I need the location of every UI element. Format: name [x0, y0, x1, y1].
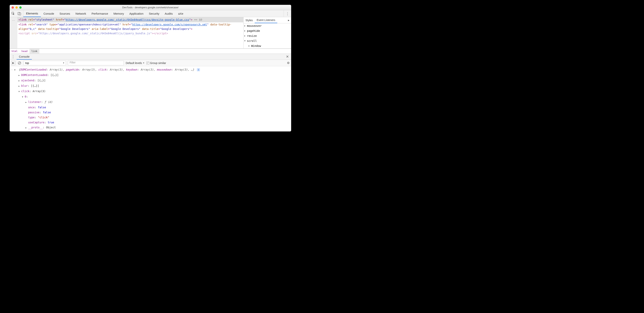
console-settings-icon[interactable]: ⚙ [287, 61, 290, 65]
disclosure-icon: ▼ [22, 94, 25, 99]
sidebar-more-tabs-icon[interactable]: » [286, 19, 291, 22]
drawer-tab-console[interactable]: Console [16, 54, 32, 59]
console-tree-row[interactable]: ▶listener: ƒ (d) [14, 99, 291, 105]
console-tree-row[interactable]: ▼click: Array(3) [14, 89, 291, 94]
console-tree-row[interactable]: ▶ajaxSend: [{…}] [14, 78, 291, 83]
href-link[interactable]: https://developers.google.com/_static/64… [66, 18, 189, 21]
property-value: true [48, 121, 54, 124]
elements-sidebar: Styles Event Listeners » ▶mouseover ▶pag… [243, 17, 291, 48]
console-tree-row[interactable]: ▶blur: [{…}] [14, 83, 291, 89]
console-toolbar: ▮▸ top Filter Default levels ▼ ✓ Group s… [10, 60, 291, 66]
disclosure-icon: ▼ [18, 89, 21, 94]
breadcrumb-item[interactable]: head [20, 49, 29, 53]
tab-audits[interactable]: Audits [162, 10, 176, 17]
dom-node[interactable]: <script src="https://developers.google.c… [18, 31, 242, 36]
property-value: Object [46, 126, 56, 129]
tab-network[interactable]: Network [73, 10, 89, 17]
prompt-return-icon: ‹ [10, 67, 14, 72]
property-value: [{…}] [50, 73, 58, 76]
console-tree-row[interactable]: ▶__proto__: Object [14, 125, 291, 130]
info-badge-icon[interactable]: i [197, 68, 200, 71]
dom-tree[interactable]: <link rel="stylesheet" href="https://dev… [17, 17, 243, 48]
listener-name: scroll [247, 38, 257, 43]
tab-application[interactable]: Application [127, 10, 146, 17]
object-summary[interactable]: {DOMContentLoaded: Array(1), pagehide: A… [18, 68, 196, 71]
disclosure-icon: ▶ [244, 33, 247, 38]
selection-marker: == $0 [194, 18, 202, 21]
property-key: ajaxSend [21, 79, 34, 82]
listener-name: Window [251, 43, 261, 48]
disclosure-icon: ▶ [244, 28, 247, 33]
context-value: top [25, 61, 29, 64]
console-tree-row[interactable]: ▶DOMContentLoaded: [{…}] [14, 72, 291, 78]
kebab-icon: ⋮ [286, 11, 289, 16]
breadcrumb: html head link [10, 48, 291, 53]
console-tree-row[interactable]: ▼0: [14, 94, 291, 99]
devtools-window: DevTools - developers.google.com/web/sho… [10, 5, 291, 131]
property-value: [{…}] [38, 79, 46, 82]
tab-elements[interactable]: Elements [23, 10, 41, 17]
inspect-element-icon[interactable] [11, 11, 16, 16]
disclosure-icon[interactable]: ▼ [14, 67, 17, 72]
tab-performance[interactable]: Performance [89, 10, 111, 17]
group-similar-checkbox[interactable]: ✓ Group similar [146, 61, 166, 64]
context-select[interactable]: top [24, 61, 66, 65]
device-toolbar-icon[interactable] [17, 11, 22, 16]
disclosure-icon: ▶ [244, 23, 247, 28]
main-toolbar: Elements Console Sources Network Perform… [10, 10, 291, 17]
breadcrumb-item[interactable]: html [10, 49, 20, 53]
svg-rect-2 [19, 13, 21, 15]
property-key: __proto__ [28, 126, 43, 129]
console-tree-row[interactable]: passive: false [14, 110, 291, 115]
window-title: DevTools - developers.google.com/web/sho… [10, 6, 291, 9]
property-value: ƒ (d) [44, 100, 52, 103]
levels-label: Default levels [126, 61, 142, 64]
console-output: ‹ ▼ {DOMContentLoaded: Array(1), pagehid… [10, 66, 291, 131]
listener-item[interactable]: ▶resize [244, 33, 291, 38]
property-value: [{…}] [31, 84, 39, 87]
href-link[interactable]: https://developers.google.com/s/opensear… [132, 23, 207, 26]
tab-axe[interactable]: aXe [176, 10, 186, 17]
disclosure-icon: ▼ [244, 38, 247, 43]
tab-security[interactable]: Security [146, 10, 162, 17]
elements-panel: … <link rel="stylesheet" href="https://d… [10, 17, 291, 48]
drawer-header: ⋮ Console ✕ [10, 53, 291, 60]
console-tree-row[interactable]: useCapture: true [14, 120, 291, 125]
property-key: type [28, 116, 35, 119]
tab-console[interactable]: Console [41, 10, 57, 17]
titlebar: DevTools - developers.google.com/web/sho… [10, 5, 291, 10]
dom-node[interactable]: <link rel="search" type="application/ope… [18, 22, 242, 31]
property-value: false [43, 111, 51, 114]
drawer-close-icon[interactable]: ✕ [284, 54, 291, 59]
property-key: click [21, 90, 29, 93]
elements-gutter: … [10, 17, 17, 48]
drawer-menu-icon[interactable]: ⋮ [10, 54, 16, 59]
listener-item[interactable]: ▶Window [244, 43, 291, 48]
listener-item[interactable]: ▼scroll [244, 38, 291, 43]
console-tree-row[interactable]: type: "click" [14, 115, 291, 120]
clear-console-icon[interactable] [17, 61, 22, 65]
selected-node[interactable]: <link rel="stylesheet" href="https://dev… [17, 17, 243, 22]
tab-memory[interactable]: Memory [111, 10, 127, 17]
console-tree-row[interactable]: once: false [14, 105, 291, 110]
log-levels-select[interactable]: Default levels ▼ [126, 61, 144, 64]
disclosure-icon: ▶ [26, 125, 28, 130]
property-key: passive [28, 111, 40, 114]
sidebar-tab-styles[interactable]: Styles [244, 17, 255, 23]
disclosure-icon: ▶ [248, 43, 251, 48]
tab-sources[interactable]: Sources [57, 10, 73, 17]
breadcrumb-item[interactable]: link [30, 49, 39, 53]
toolbar-overflow[interactable]: ⋮ [284, 10, 291, 17]
property-key: useCapture [28, 121, 44, 124]
property-key: once [28, 106, 35, 109]
disclosure-icon: ▶ [26, 100, 28, 105]
property-value: "click" [38, 116, 49, 119]
toggle-sidebar-icon[interactable]: ▮▸ [11, 61, 16, 65]
checkbox-icon: ✓ [146, 62, 149, 64]
sidebar-tab-event-listeners[interactable]: Event Listeners [255, 17, 277, 23]
console-filter-input[interactable]: Filter [68, 61, 124, 65]
listener-item[interactable]: ▶mouseover [244, 23, 291, 28]
property-key: DOMContentLoaded [21, 73, 47, 76]
listener-item[interactable]: ▶pagehide [244, 28, 291, 33]
property-value: Array(3) [32, 90, 46, 93]
